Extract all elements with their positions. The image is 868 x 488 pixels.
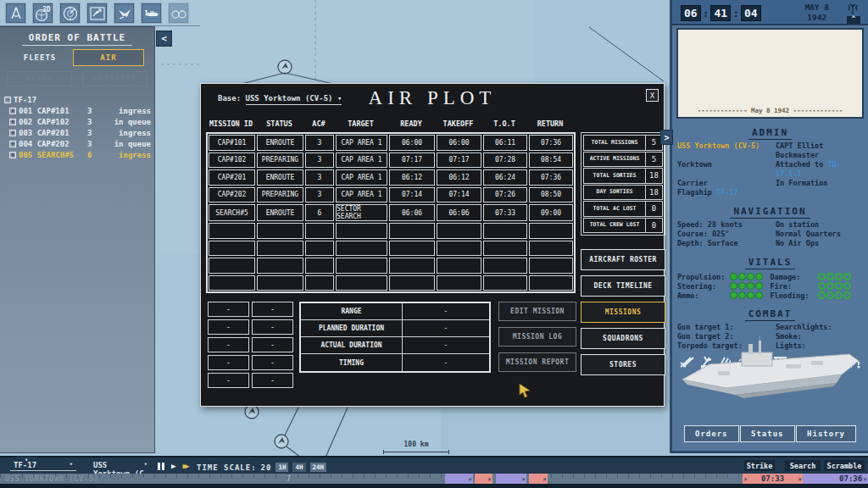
mission-detail-fields: RANGE- PLANNED DURATION- ACTUAL DURATION…	[299, 302, 491, 373]
section-combat: COMBAT	[672, 304, 868, 321]
collapse-node-icon[interactable]: −	[4, 97, 11, 103]
vital-label: Flooding:	[771, 291, 818, 300]
message-log[interactable]: ------------- May 8 1942 -------------	[676, 28, 864, 119]
air-group-marker[interactable]	[275, 435, 288, 448]
expand-panel-button[interactable]: >	[660, 130, 673, 145]
pause-button[interactable]	[158, 463, 164, 470]
mission-report-button[interactable]: MISSION REPORT	[498, 352, 576, 372]
expand-node-icon[interactable]: +	[9, 141, 16, 147]
task-force-link[interactable]: TF-17	[716, 188, 738, 197]
col-header: RETURN	[528, 119, 572, 128]
timeline-segment[interactable]: ✈	[445, 474, 473, 484]
vital-pip	[843, 273, 851, 280]
timeline-segment[interactable]: ✈	[496, 474, 526, 484]
scale-1h-button[interactable]: 1H	[275, 463, 288, 472]
col-header: AC#	[304, 119, 333, 128]
ship-name[interactable]: USS Yorktown (CV-5)	[677, 141, 776, 160]
air-group-marker[interactable]	[278, 60, 292, 74]
speed: Speed: 28 knots	[677, 220, 776, 230]
row-status: in queue	[104, 140, 154, 148]
tree-row-cap202[interactable]: + 004 CAP#202 3 in queue	[0, 138, 154, 149]
col-header: READY	[388, 119, 434, 128]
missions-button[interactable]: MISSIONS	[581, 302, 665, 323]
vital-pip	[826, 282, 834, 290]
field-value: -	[403, 303, 489, 319]
search-button[interactable]: Search	[785, 460, 821, 471]
globe-3d-icon[interactable]: 3D	[32, 3, 53, 24]
mission-totals: TOTAL MISSIONS5 ACTIVE MISSIONS5 TOTAL S…	[581, 132, 665, 236]
mission-log-button[interactable]: MISSION LOG	[498, 327, 576, 347]
timeline-segment[interactable]: ✈	[475, 474, 492, 484]
empty-mission-row[interactable]	[209, 223, 573, 239]
vital-label: Propulsion:	[677, 273, 730, 281]
field-value: -	[403, 354, 489, 371]
col-header: TAKEOFF	[436, 119, 481, 128]
timeline-segment[interactable]: ✈	[529, 474, 548, 484]
fast-forward-button[interactable]: ▶▶	[182, 462, 186, 470]
stores-button[interactable]: STORES	[581, 354, 665, 375]
mission-row[interactable]: SEARCH#5ENROUTE6SECTOR SEARCH06:0606:060…	[209, 204, 573, 221]
orders-button[interactable]: Orders	[684, 425, 739, 442]
play-button[interactable]: ▶	[171, 462, 175, 470]
fleet-select[interactable]: TF-17▾	[10, 461, 76, 471]
tactical-map-icon[interactable]	[86, 3, 108, 24]
expand-node-icon[interactable]: +	[9, 108, 16, 114]
scale-24h-button[interactable]: 24H	[310, 463, 327, 472]
collapse-panel-button[interactable]: <	[156, 30, 172, 47]
mission-row[interactable]: CAP#202PREPARING3CAP AREA 107:1407:1407:…	[209, 187, 573, 203]
air-ops-icon[interactable]	[114, 3, 135, 24]
close-icon[interactable]: X	[646, 89, 659, 102]
squadrons-button[interactable]: SQUADRONS	[581, 328, 665, 349]
tab-air[interactable]: AIR	[73, 49, 144, 66]
aircraft-roster-button[interactable]: AIRCRAFT ROSTER	[581, 249, 665, 270]
vital-label: Ammo:	[677, 291, 730, 300]
mission-row[interactable]: CAP#201ENROUTE3CAP AREA 106:1206:1206:24…	[209, 169, 573, 186]
total-value: 5	[645, 136, 662, 150]
edit-mission-button[interactable]: EDIT MISSION	[498, 302, 576, 321]
binoculars-icon[interactable]	[168, 3, 189, 24]
empty-mission-row[interactable]	[209, 275, 573, 291]
panel-title: ORDER OF BATTLE	[22, 32, 132, 46]
ship-3d-view[interactable]	[676, 330, 867, 408]
air-group-marker[interactable]	[245, 405, 259, 419]
total-value: 5	[645, 152, 662, 167]
mission-row[interactable]: CAP#101ENROUTE3CAP AREA 106:0006:0006:11…	[209, 135, 573, 151]
tree-row-cap102[interactable]: + 002 CAP#102 3 in queue	[0, 116, 154, 127]
section-vitals: VITALS	[672, 252, 868, 269]
tab-fleets[interactable]: FLEETS	[7, 53, 73, 62]
tree-row-search5[interactable]: + 005 SEARCH#5 6 ingress	[0, 149, 154, 160]
history-button[interactable]: History	[796, 425, 856, 442]
vital-label: Damage:	[771, 273, 818, 281]
status-button[interactable]: Status	[740, 425, 795, 442]
chevron-up-icon[interactable]: ^	[847, 16, 860, 24]
deck-timeline-button[interactable]: DECK TIMELINE	[581, 275, 665, 297]
expand-node-icon[interactable]: +	[9, 152, 16, 158]
empty-mission-row[interactable]	[209, 258, 573, 274]
timeline-event[interactable]: 07:36✈	[803, 474, 868, 484]
tree-group-tf17[interactable]: − TF-17	[0, 95, 154, 105]
empty-mission-row[interactable]	[209, 241, 573, 257]
tab-contacts[interactable]: CONTACTS	[82, 71, 147, 86]
field-label: ACTUAL DURATION	[301, 337, 403, 353]
scramble-button[interactable]: Scramble	[824, 460, 865, 471]
depth: Depth: Surface	[677, 239, 776, 248]
tree-row-cap201[interactable]: + 003 CAP#201 3 ingress	[0, 127, 154, 138]
drafting-compass-icon[interactable]	[5, 3, 26, 24]
flight-ops-timeline[interactable]: USS YORKTOWN (CV-5) 7 ✈ ✈ ✈ ✈ ✈07:33✈ 07…	[0, 474, 868, 484]
total-label: TOTAL AC LOST	[584, 202, 645, 216]
scale-4h-button[interactable]: 4H	[292, 463, 305, 472]
aircraft-profile-icon[interactable]	[141, 3, 162, 24]
expand-node-icon[interactable]: +	[9, 119, 16, 125]
timeline-event[interactable]: ✈07:33✈	[743, 474, 803, 484]
clock-bar: 06:41:04 MAY 8 1942 ^	[672, 0, 868, 25]
col-header: TARGET	[335, 119, 387, 128]
mission-row[interactable]: CAP#102PREPARING3CAP AREA 107:1707:1707:…	[209, 152, 573, 169]
strike-button[interactable]: Strike	[744, 460, 775, 471]
total-value: 18	[645, 186, 662, 200]
vital-pip	[747, 282, 754, 290]
vital-pip	[755, 273, 763, 280]
expand-node-icon[interactable]: +	[9, 130, 16, 136]
tree-row-cap101[interactable]: + 001 CAP#101 3 ingress	[0, 105, 154, 116]
radar-icon[interactable]	[59, 3, 81, 24]
tab-bases[interactable]: BASES	[7, 71, 72, 86]
